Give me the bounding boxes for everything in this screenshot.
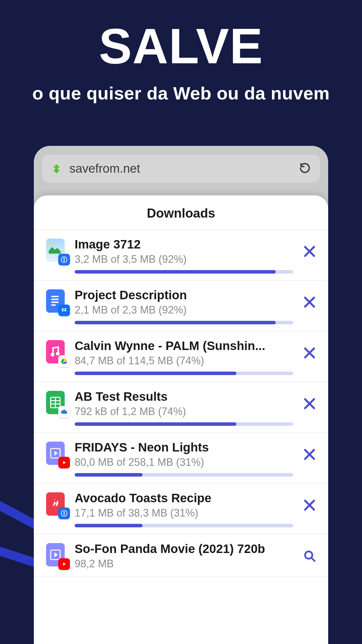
progress-bar [75, 372, 293, 375]
download-title: So-Fon Panda Movie (2021) 720b [75, 542, 293, 556]
download-status: 17,1 MB of 38,3 MB (31%) [75, 507, 293, 519]
progress-bar [75, 524, 293, 527]
download-row[interactable]: So-Fon Panda Movie (2021) 720b 98,2 MB [34, 534, 328, 577]
download-status: 3,2 MB of 3,5 MB (92%) [75, 253, 293, 265]
download-title: Project Description [75, 288, 293, 302]
drive-source-icon [58, 355, 70, 367]
site-arrow-icon [50, 162, 63, 175]
downloads-sheet: Downloads Image 3712 3,2 MB of 3,5 MB (9… [34, 195, 328, 644]
download-status: 98,2 MB [75, 558, 293, 570]
safari-source-icon [58, 508, 70, 519]
download-row[interactable]: Image 3712 3,2 MB of 3,5 MB (92%) [34, 229, 328, 281]
file-icon [44, 390, 67, 415]
download-status: 792 kB of 1,2 MB (74%) [75, 405, 293, 418]
sheet-title: Downloads [34, 206, 328, 220]
download-status: 84,7 MB of 114,5 MB (74%) [75, 355, 293, 367]
download-title: Calvin Wynne - PALM (Sunshin... [75, 339, 293, 353]
cancel-button[interactable] [301, 293, 318, 311]
cancel-button[interactable] [301, 243, 318, 260]
download-row[interactable]: FRIDAYS - Neon Lights 80,0 MB of 258,1 M… [34, 433, 328, 484]
search-button[interactable] [301, 547, 318, 565]
download-title: AB Test Results [75, 390, 293, 404]
download-meta: AB Test Results 792 kB of 1,2 MB (74%) [75, 390, 293, 426]
cancel-button[interactable] [301, 496, 318, 514]
download-meta: So-Fon Panda Movie (2021) 720b 98,2 MB [75, 542, 293, 570]
dropbox-source-icon [58, 304, 70, 316]
youtube-source-icon [58, 457, 70, 468]
downloads-list: Image 3712 3,2 MB of 3,5 MB (92%) Projec… [34, 229, 328, 577]
download-status: 80,0 MB of 258,1 MB (31%) [75, 456, 293, 468]
cancel-button[interactable] [301, 446, 318, 463]
address-bar[interactable]: savefrom.net [42, 155, 320, 183]
onedrive-source-icon [58, 406, 70, 418]
reload-icon[interactable] [299, 162, 312, 175]
youtube-source-icon [58, 558, 70, 570]
progress-bar [75, 473, 293, 477]
download-row[interactable]: Calvin Wynne - PALM (Sunshin... 84,7 MB … [34, 331, 328, 382]
file-icon [44, 491, 67, 517]
safari-source-icon [58, 254, 70, 265]
hero-subtitle: o que quiser da Web ou da nuvem [0, 83, 362, 104]
download-title: Image 3712 [75, 237, 293, 251]
download-row[interactable]: Avocado Toasts Recipe 17,1 MB of 38,3 MB… [34, 484, 328, 534]
file-icon [44, 542, 67, 568]
file-icon [44, 339, 67, 365]
download-status: 2,1 MB of 2,3 MB (92%) [75, 304, 293, 316]
download-row[interactable]: Project Description 2,1 MB of 2,3 MB (92… [34, 281, 328, 331]
file-icon [44, 440, 67, 466]
download-meta: Project Description 2,1 MB of 2,3 MB (92… [75, 288, 293, 324]
hero-header: SALVE o que quiser da Web ou da nuvem [0, 0, 362, 104]
download-meta: Calvin Wynne - PALM (Sunshin... 84,7 MB … [75, 339, 293, 375]
progress-bar [75, 422, 293, 426]
cancel-button[interactable] [301, 344, 318, 362]
progress-bar [75, 270, 293, 274]
download-meta: FRIDAYS - Neon Lights 80,0 MB of 258,1 M… [75, 440, 293, 477]
url-text: savefrom.net [69, 162, 293, 176]
progress-bar [75, 321, 293, 324]
download-title: FRIDAYS - Neon Lights [75, 440, 293, 454]
download-title: Avocado Toasts Recipe [75, 491, 293, 505]
file-icon [44, 237, 67, 263]
hero-title: SALVE [0, 18, 362, 75]
file-icon [44, 288, 67, 314]
cancel-button[interactable] [301, 395, 318, 412]
download-row[interactable]: AB Test Results 792 kB of 1,2 MB (74%) [34, 382, 328, 433]
phone-mockup: savefrom.net Downloads Image 3712 3,2 MB… [34, 146, 328, 644]
download-meta: Image 3712 3,2 MB of 3,5 MB (92%) [75, 237, 293, 274]
download-meta: Avocado Toasts Recipe 17,1 MB of 38,3 MB… [75, 491, 293, 527]
